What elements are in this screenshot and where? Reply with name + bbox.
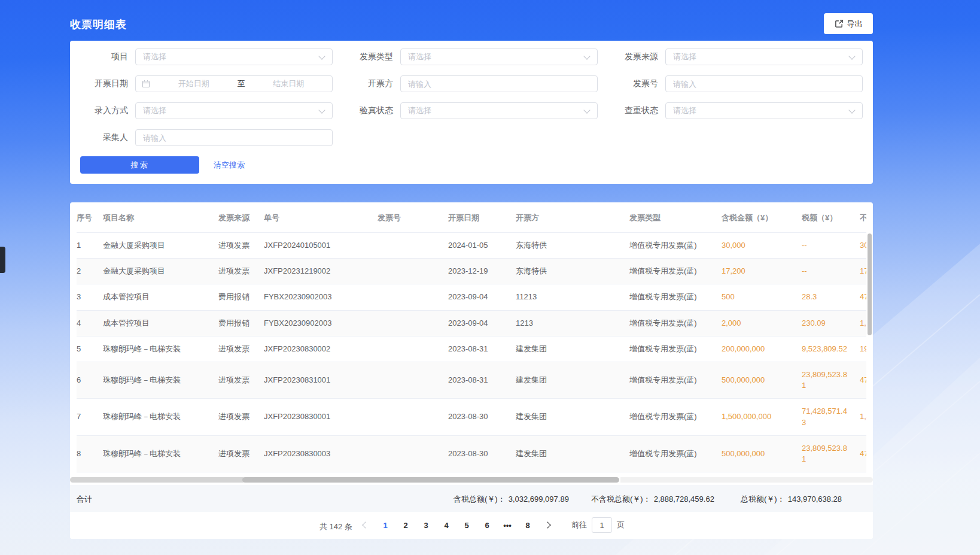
cell-tax: 230.09 bbox=[802, 310, 860, 336]
export-icon bbox=[835, 19, 844, 28]
cell-issuer: 建发集团 bbox=[516, 362, 629, 398]
cell-order-no: JXFP20230830002 bbox=[264, 336, 378, 362]
date-range-separator: 至 bbox=[238, 78, 245, 89]
page-unit-label: 页 bbox=[617, 520, 625, 530]
summary-amount-no-tax-label: 不含税总额(￥)： bbox=[591, 495, 651, 504]
page-number[interactable]: ••• bbox=[497, 517, 518, 533]
invoice-table-scroll-area: 序号项目名称发票来源单号发票号开票日期开票方发票类型含税金额（¥）税额（¥）不含… bbox=[70, 202, 866, 472]
cell-type: 增值税专用发票(蓝) bbox=[629, 233, 722, 259]
export-button[interactable]: 导出 bbox=[824, 13, 873, 34]
cell-order-no: JXFP20240105001 bbox=[264, 233, 378, 259]
search-button[interactable]: 搜索 bbox=[80, 156, 199, 174]
pagination: 共 142 条 123456•••8 前往 页 bbox=[70, 512, 873, 539]
filter-label-project: 项目 bbox=[70, 51, 128, 62]
goto-label: 前往 bbox=[571, 520, 587, 530]
cell-amount-with-tax: 2,000 bbox=[722, 310, 802, 336]
cell-amount-with-tax: 200,000,000 bbox=[722, 336, 802, 362]
table-header-row: 序号项目名称发票来源单号发票号开票日期开票方发票类型含税金额（¥）税额（¥）不含… bbox=[77, 202, 866, 233]
page-number[interactable]: 8 bbox=[518, 517, 538, 533]
cell-source: 进项发票 bbox=[218, 259, 264, 284]
cell-invoice-no bbox=[378, 310, 448, 336]
cell-tax: 9,523,809.52 bbox=[802, 336, 860, 362]
summary-total-label: 合计 bbox=[77, 494, 92, 505]
cell-type: 增值税专用发票(蓝) bbox=[629, 362, 722, 398]
cell-issuer: 建发集团 bbox=[516, 336, 629, 362]
cell-source: 费用报销 bbox=[218, 310, 264, 336]
cell-amount-no-tax: 190,476,190.48 bbox=[860, 336, 866, 362]
page-number[interactable]: 1 bbox=[375, 517, 395, 533]
summary-amount-with-tax: 含税总额(￥)：3,032,699,097.89 bbox=[454, 494, 569, 505]
cell-seq: 3 bbox=[77, 284, 103, 310]
cell-amount-no-tax: 1,769.91 bbox=[860, 310, 866, 336]
cell-seq: 7 bbox=[77, 399, 103, 435]
page-number[interactable]: 3 bbox=[416, 517, 436, 533]
cell-invoice-no bbox=[378, 435, 448, 472]
page-number[interactable]: 5 bbox=[456, 517, 477, 533]
project-select-placeholder: 请选择 bbox=[136, 51, 166, 62]
cell-project: 珠穆朗玛峰－电梯安装 bbox=[103, 362, 218, 398]
cell-issuer: 建发集团 bbox=[516, 435, 629, 472]
cell-type: 增值税专用发票(蓝) bbox=[629, 336, 722, 362]
duplicate-status-select[interactable]: 请选择 bbox=[665, 102, 863, 119]
goto-page-input[interactable] bbox=[592, 517, 612, 533]
invoice-number-input[interactable] bbox=[666, 76, 862, 92]
next-page-button[interactable] bbox=[538, 517, 557, 533]
chevron-right-icon bbox=[544, 521, 550, 528]
horizontal-scrollbar-track-left[interactable] bbox=[70, 477, 244, 483]
cell-project: 珠穆朗玛峰－电梯安装 bbox=[103, 435, 218, 472]
prev-page-button[interactable] bbox=[356, 517, 375, 533]
cell-date: 2024-01-05 bbox=[448, 233, 516, 259]
cell-issuer: 东海特供 bbox=[516, 233, 629, 259]
cell-amount-no-tax: 476,190,476.19 bbox=[860, 435, 866, 472]
cell-source: 进项发票 bbox=[218, 362, 264, 398]
invoice-source-placeholder: 请选择 bbox=[666, 51, 696, 62]
summary-amount-no-tax: 不含税总额(￥)：2,888,728,459.62 bbox=[591, 494, 714, 505]
summary-row: 合计 含税总额(￥)：3,032,699,097.89 不含税总额(￥)：2,8… bbox=[70, 485, 873, 512]
filter-label-verify-status: 验真状态 bbox=[335, 105, 393, 116]
invoice-date-range-picker[interactable]: 开始日期 至 结束日期 bbox=[135, 75, 333, 92]
page-number[interactable]: 4 bbox=[436, 517, 456, 533]
end-date-placeholder[interactable]: 结束日期 bbox=[245, 78, 333, 89]
cell-amount-with-tax: 1,500,000,000 bbox=[722, 399, 802, 435]
verify-status-select[interactable]: 请选择 bbox=[400, 102, 598, 119]
cell-amount-no-tax: 471.7 bbox=[860, 284, 866, 310]
table-row: 7 珠穆朗玛峰－电梯安装 进项发票 JXFP20230830001 2023-0… bbox=[77, 399, 866, 435]
page-number[interactable]: 2 bbox=[395, 517, 416, 533]
start-date-placeholder[interactable]: 开始日期 bbox=[150, 78, 238, 89]
duplicate-status-placeholder: 请选择 bbox=[666, 105, 696, 116]
entry-method-placeholder: 请选择 bbox=[136, 105, 166, 116]
issuer-input[interactable] bbox=[401, 76, 597, 92]
cell-invoice-no bbox=[378, 336, 448, 362]
project-select[interactable]: 请选择 bbox=[135, 48, 333, 65]
invoice-source-select[interactable]: 请选择 bbox=[665, 48, 863, 65]
horizontal-scrollbar-thumb[interactable] bbox=[242, 477, 619, 483]
cell-order-no: FYBX20230902003 bbox=[264, 284, 378, 310]
clear-search-link[interactable]: 清空搜索 bbox=[214, 160, 245, 171]
cell-invoice-no bbox=[378, 284, 448, 310]
collector-input[interactable] bbox=[136, 130, 332, 145]
table-column-header: 发票号 bbox=[378, 202, 448, 233]
pagination-pages: 123456•••8 bbox=[356, 517, 557, 533]
filter-label-entry-method: 录入方式 bbox=[70, 105, 128, 116]
cell-tax: 71,428,571.43 bbox=[802, 399, 860, 435]
page-title: 收票明细表 bbox=[70, 17, 127, 32]
cell-order-no: JXFP20230830003 bbox=[264, 435, 378, 472]
vertical-scrollbar-thumb[interactable] bbox=[868, 233, 872, 335]
cell-order-no: JXFP20231219002 bbox=[264, 259, 378, 284]
horizontal-scrollbar-track-right[interactable] bbox=[620, 477, 873, 483]
collapsed-sidebar-handle[interactable] bbox=[0, 247, 5, 273]
cell-invoice-no bbox=[378, 399, 448, 435]
chevron-down-icon bbox=[848, 53, 855, 59]
search-filter-panel: 项目 请选择 发票类型 请选择 发票来源 请选择 bbox=[70, 41, 873, 184]
cell-project: 成本管控项目 bbox=[103, 284, 218, 310]
entry-method-select[interactable]: 请选择 bbox=[135, 102, 333, 119]
invoice-type-select[interactable]: 请选择 bbox=[400, 48, 598, 65]
page-number[interactable]: 6 bbox=[477, 517, 497, 533]
export-button-label: 导出 bbox=[847, 19, 863, 29]
cell-date: 2023-09-04 bbox=[448, 284, 516, 310]
summary-amount-no-tax-value: 2,888,728,459.62 bbox=[654, 495, 714, 504]
cell-order-no: FYBX20230902003 bbox=[264, 310, 378, 336]
cell-seq: 8 bbox=[77, 435, 103, 472]
cell-order-no: JXFP20230830001 bbox=[264, 399, 378, 435]
horizontal-scrollbar[interactable] bbox=[70, 477, 873, 483]
